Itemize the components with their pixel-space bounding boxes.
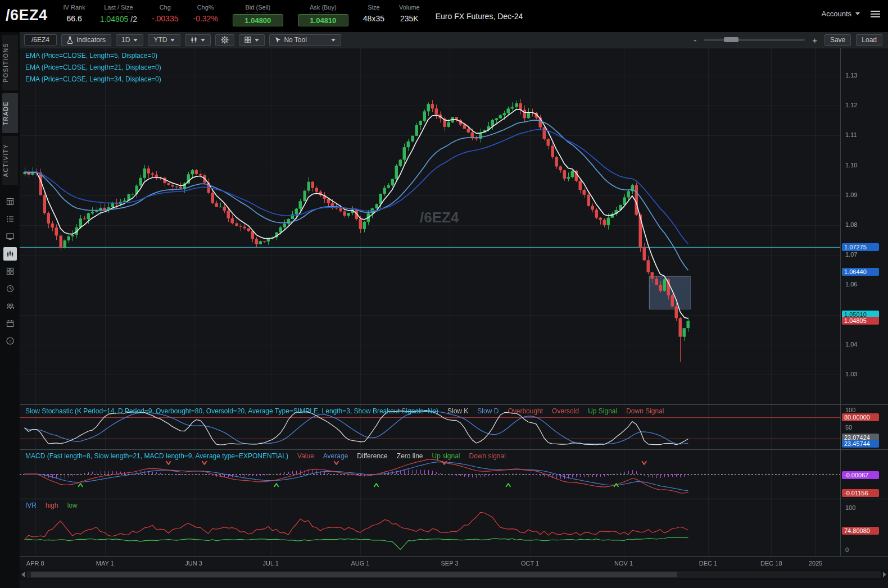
- accounts-menu[interactable]: Accounts: [822, 10, 851, 18]
- range-value: YTD: [153, 36, 167, 44]
- zoom-slider-handle[interactable]: [724, 37, 739, 42]
- candlestick-icon: [191, 37, 197, 43]
- price-tick: 1.03: [845, 371, 857, 377]
- chart-tile-icon[interactable]: [3, 247, 17, 261]
- stochastic-axis[interactable]: 1005080.0000023.0742423.45744: [840, 405, 888, 449]
- scrollbar-handle[interactable]: [31, 572, 677, 577]
- tool-value: No Tool: [284, 36, 306, 44]
- chevron-down-icon: [255, 39, 259, 42]
- symbol-title[interactable]: /6EZ4: [6, 3, 48, 28]
- cursor-icon: [275, 37, 280, 44]
- ivr-study-label[interactable]: IVR: [25, 502, 37, 509]
- ivr-axis[interactable]: 100074.80080: [840, 499, 888, 556]
- calendar-icon[interactable]: [3, 317, 17, 330]
- macd-axis[interactable]: -0.00067-0.01156: [840, 450, 888, 499]
- spreadsheet-icon[interactable]: [3, 195, 17, 208]
- sidebar-tab-activity[interactable]: ACTIVITY: [2, 136, 18, 185]
- chevron-down-icon: [331, 39, 336, 42]
- chg-pct-label: Chg%: [197, 4, 214, 12]
- time-axis-label: JUN 3: [177, 560, 211, 567]
- legend-item: low: [67, 502, 78, 509]
- menu-icon[interactable]: [871, 11, 880, 17]
- chart-symbol-input[interactable]: /6EZ4: [24, 34, 57, 45]
- ask-field: Ask (Buy) 1.04810: [298, 3, 348, 26]
- horizontal-scrollbar[interactable]: [20, 569, 888, 580]
- legend-item: Zero line: [397, 452, 423, 460]
- legend-item: Value: [297, 452, 314, 460]
- price-tag: 1.04805: [842, 317, 879, 325]
- price-tick: 1.07: [845, 251, 857, 258]
- scrollbar-track[interactable]: [26, 571, 881, 578]
- time-axis-label: MAY 1: [88, 560, 122, 567]
- ema-study-label[interactable]: EMA (Price=CLOSE, Length=34, Displace=0): [25, 75, 161, 83]
- scroll-left-icon[interactable]: [21, 572, 25, 577]
- macd-study-label[interactable]: MACD (Fast length=8, Slow length=21, MAC…: [25, 452, 288, 460]
- ivr-tag: 74.80080: [842, 527, 879, 535]
- load-button[interactable]: Load: [856, 34, 882, 46]
- price-tick: 1.10: [845, 162, 857, 168]
- zoom-out-button[interactable]: -: [691, 35, 699, 45]
- watchlist-icon[interactable]: [3, 212, 17, 226]
- monitor-icon[interactable]: [3, 230, 17, 243]
- stochastic-study-label[interactable]: Slow Stochastic (K Period=14, D Period=9…: [25, 407, 438, 415]
- time-axis-label: AUG 1: [343, 560, 377, 567]
- indicators-button[interactable]: Indicators: [61, 34, 111, 46]
- price-tag: 1.06440: [842, 268, 879, 276]
- settings-button[interactable]: [215, 34, 234, 46]
- price-tick: 1.13: [845, 72, 857, 79]
- scroll-right-icon[interactable]: [883, 572, 886, 577]
- size-value: 48x35: [363, 14, 384, 23]
- dashboard-grid-icon[interactable]: [3, 265, 17, 278]
- grid-icon: [244, 37, 251, 43]
- stochastic-panel: Slow Stochastic (K Period=14, D Period=9…: [20, 404, 888, 449]
- ema-study-label[interactable]: EMA (Price=CLOSE, Length=21, Displace=0): [25, 63, 161, 71]
- price-tick: 1.11: [845, 131, 857, 138]
- chevron-down-icon: [170, 39, 175, 42]
- price-chart-canvas[interactable]: [20, 48, 840, 404]
- iv-rank-value: 66.6: [66, 14, 81, 23]
- macd-tag: -0.00067: [842, 471, 879, 479]
- drawing-tool-dropdown[interactable]: No Tool: [269, 34, 341, 46]
- price-axis[interactable]: 1.131.121.111.101.091.081.071.061.051.04…: [840, 48, 888, 404]
- price-tick: 1.08: [845, 221, 857, 228]
- iv-rank-label: IV Rank: [64, 4, 85, 12]
- range-dropdown[interactable]: YTD: [148, 34, 180, 46]
- legend-item: Oversold: [552, 407, 579, 415]
- legend-item: Up signal: [432, 452, 460, 460]
- time-axis[interactable]: APR 8MAY 1JUN 3JUL 1AUG 1SEP 3OCT 1NOV 1…: [20, 556, 888, 569]
- legend-item: Overbought: [508, 407, 543, 415]
- legend-item: Slow K: [447, 407, 468, 415]
- time-axis-label: OCT 1: [513, 560, 547, 567]
- gear-icon: [221, 36, 229, 44]
- ivr-canvas[interactable]: [20, 499, 840, 557]
- ivr-tick: 100: [845, 504, 855, 511]
- chart-style-dropdown[interactable]: [185, 34, 211, 46]
- save-button[interactable]: Save: [824, 34, 851, 46]
- left-sidebar: POSITIONS TRADE ACTIVITY: [0, 32, 20, 588]
- grid-layout-dropdown[interactable]: [239, 34, 265, 46]
- zoom-in-button[interactable]: +: [810, 35, 819, 45]
- history-icon[interactable]: [3, 282, 17, 295]
- ask-button[interactable]: 1.04810: [298, 14, 348, 26]
- help-icon[interactable]: ?: [3, 334, 17, 348]
- sidebar-tab-trade[interactable]: TRADE: [2, 93, 18, 133]
- size-field: Size 48x35: [363, 3, 384, 23]
- timeframe-dropdown[interactable]: 1D: [116, 34, 143, 46]
- bid-label: Bid (Sell): [246, 4, 271, 12]
- chevron-down-icon[interactable]: [855, 12, 860, 15]
- chg-value: -.00335: [152, 14, 178, 23]
- legend-item: Up Signal: [588, 407, 617, 415]
- last-size-label[interactable]: Last / Size: [104, 4, 133, 12]
- ivr-panel: IVRhighlow 100074.80080: [20, 499, 888, 556]
- community-icon[interactable]: [3, 299, 17, 313]
- chart-region: /6EZ4 Indicators 1D YTD: [20, 32, 888, 588]
- contract-description: Euro FX Futures, Dec-24: [436, 12, 523, 21]
- timeframe-value: 1D: [121, 36, 130, 44]
- time-axis-label: JUL 1: [254, 560, 288, 567]
- time-axis-label: NOV 1: [607, 560, 641, 567]
- sidebar-tab-positions[interactable]: POSITIONS: [2, 35, 18, 90]
- ema-study-label[interactable]: EMA (Price=CLOSE, Length=5, Displace=0): [25, 52, 157, 60]
- zoom-slider[interactable]: [704, 39, 805, 41]
- bid-button[interactable]: 1.04800: [233, 14, 283, 26]
- stoch-tick: 50: [845, 424, 852, 431]
